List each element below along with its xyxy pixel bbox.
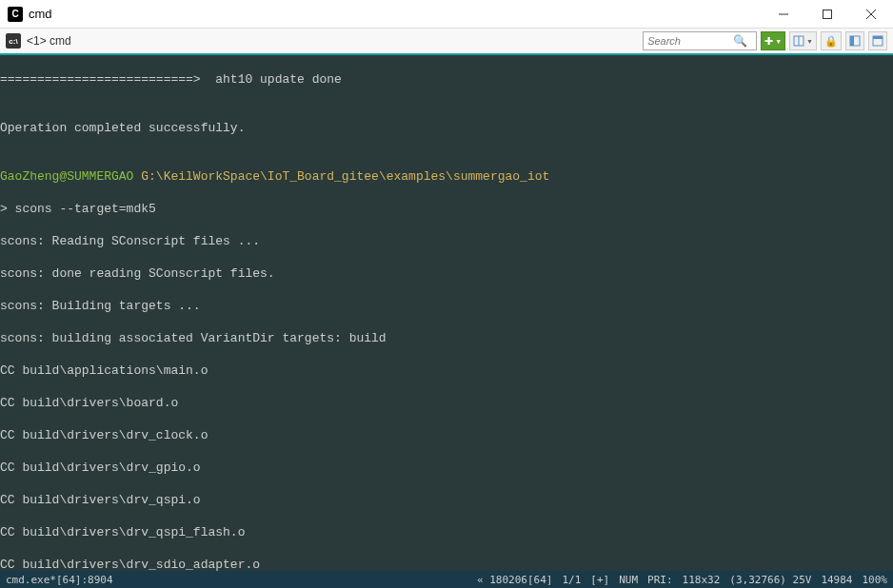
window-title: cmd <box>29 7 762 21</box>
new-tab-button[interactable]: ✚▼ <box>761 31 785 50</box>
close-button[interactable] <box>849 0 893 29</box>
minimize-button[interactable] <box>762 0 805 29</box>
view-button-2[interactable] <box>868 31 887 50</box>
status-size: 118x32 <box>683 574 721 586</box>
search-icon[interactable]: 🔍 <box>733 34 747 48</box>
status-plus: [+] <box>590 574 609 586</box>
prompt-path: G:\KeilWorkSpace\IoT_Board_gitee\example… <box>133 169 549 184</box>
window-controls <box>762 0 893 29</box>
window-titlebar: C cmd <box>0 0 893 29</box>
terminal-line: scons: Building targets ... <box>0 298 893 314</box>
terminal-line: CC build\applications\main.o <box>0 363 893 379</box>
terminal-line: CC build\drivers\drv_qspi.o <box>0 492 893 508</box>
lock-button[interactable]: 🔒 <box>821 31 842 50</box>
terminal-line: CC build\drivers\drv_qspi_flash.o <box>0 524 893 540</box>
prompt-user: GaoZheng@SUMMERGAO <box>0 169 133 184</box>
status-zoom: 100% <box>863 574 888 586</box>
terminal-line: Operation completed successfully. <box>0 120 893 136</box>
status-process: cmd.exe*[64]:8904 <box>6 574 113 586</box>
status-pri: PRI: <box>647 574 673 586</box>
search-input[interactable] <box>647 35 733 47</box>
svg-rect-7 <box>850 36 854 46</box>
status-bar: cmd.exe*[64]:8904 « 180206[64] 1/1 [+] N… <box>0 571 893 588</box>
view-button-1[interactable] <box>845 31 864 50</box>
search-box[interactable]: 🔍 <box>643 31 757 50</box>
layout-button[interactable]: ▼ <box>789 31 817 50</box>
terminal-command: > scons --target=mdk5 <box>0 201 893 217</box>
tab-label[interactable]: <1> cmd <box>27 34 71 48</box>
maximize-button[interactable] <box>805 0 849 29</box>
terminal-line: CC build\drivers\drv_gpio.o <box>0 460 893 476</box>
terminal-line: CC build\drivers\drv_sdio_adapter.o <box>0 557 893 571</box>
status-mem: 14984 <box>821 574 852 586</box>
terminal-line: ==========================> aht10 update… <box>0 71 893 88</box>
status-pid: « 180206[64] <box>477 574 552 586</box>
tab-icon: c:\ <box>6 33 21 49</box>
status-cursor: (3,32766) 25V <box>729 574 811 586</box>
terminal-prompt-line: GaoZheng@SUMMERGAO G:\KeilWorkSpace\IoT_… <box>0 168 893 185</box>
terminal-line: scons: done reading SConscript files. <box>0 265 893 282</box>
terminal-line: scons: building associated VariantDir ta… <box>0 330 893 346</box>
terminal-line: scons: Reading SConscript files ... <box>0 233 893 249</box>
lock-icon: 🔒 <box>824 35 838 48</box>
tab-toolbar: c:\ <1> cmd 🔍 ✚▼ ▼ 🔒 <box>0 29 893 55</box>
status-page: 1/1 <box>562 574 581 586</box>
terminal-output[interactable]: ==========================> aht10 update… <box>0 55 893 571</box>
terminal-line: CC build\drivers\drv_clock.o <box>0 427 893 443</box>
terminal-line: CC build\drivers\board.o <box>0 395 893 411</box>
svg-rect-9 <box>873 36 883 39</box>
app-icon: C <box>8 7 23 22</box>
status-num: NUM <box>619 574 638 586</box>
svg-rect-1 <box>824 10 832 18</box>
